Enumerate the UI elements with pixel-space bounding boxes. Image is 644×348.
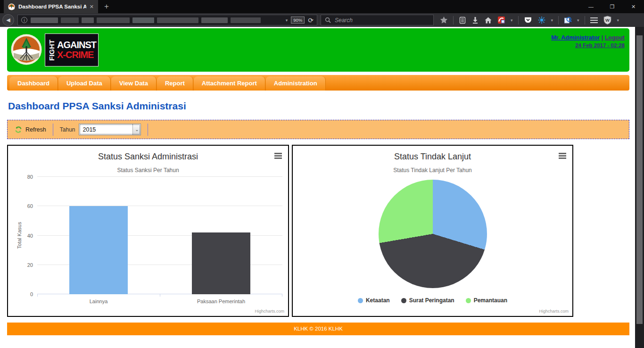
legend-dot-icon bbox=[466, 298, 471, 303]
downloads-icon[interactable] bbox=[471, 17, 479, 24]
bookmarks-menu-icon[interactable] bbox=[459, 17, 466, 24]
site-header: FIGHT AGAINST X-CRIME Mr. Administrator … bbox=[7, 28, 629, 72]
bar-chart-title: Status Sanksi Administrasi bbox=[8, 152, 288, 162]
site-favicon-icon bbox=[8, 3, 15, 10]
nav-tab-report[interactable]: Report bbox=[157, 76, 193, 91]
badge-line2: X-CRIME bbox=[57, 50, 96, 60]
header-datetime: 24 Feb 2017 - 02:28 bbox=[551, 42, 625, 49]
url-dropdown-icon[interactable]: ▾ bbox=[286, 18, 288, 23]
search-icon bbox=[325, 17, 331, 23]
legend-dot-icon bbox=[358, 298, 363, 303]
reload-icon[interactable]: ⟳ bbox=[308, 17, 314, 24]
highcharts-credit[interactable]: Highcharts.com bbox=[539, 309, 569, 314]
nav-tab-view-data[interactable]: View Data bbox=[111, 76, 157, 91]
menu-hamburger-icon[interactable] bbox=[590, 16, 598, 25]
browser-titlebar: Dashboard PPSA Sanksi Ad... ✕ + — ❐ ✕ bbox=[0, 0, 644, 13]
year-select[interactable]: 2015 ⌄ bbox=[79, 124, 141, 135]
y-tick-label: 0 bbox=[30, 291, 33, 297]
user-link[interactable]: Mr. Administrator bbox=[551, 34, 600, 41]
bookmark-star-icon[interactable] bbox=[440, 16, 448, 24]
new-tab-button[interactable]: + bbox=[98, 0, 115, 13]
pie-legend: KetaatanSurat PeringatanPemantauan bbox=[293, 297, 572, 304]
y-axis-title: Total Kasus bbox=[17, 207, 22, 264]
y-tick-label: 80 bbox=[27, 174, 33, 180]
browser-toolbar: ◀ i ▾ 90% ⟳ Search ▾ ▾ ▾ W ▾ bbox=[0, 13, 644, 27]
webclipper-extension-icon[interactable] bbox=[537, 16, 546, 24]
nav-tab-upload-data[interactable]: Upload Data bbox=[58, 76, 111, 91]
legend-item-ketaatan[interactable]: Ketaatan bbox=[358, 297, 390, 304]
refresh-button[interactable]: Refresh bbox=[15, 126, 46, 133]
page-info-icon[interactable]: i bbox=[21, 17, 27, 23]
bar-chart-subtitle: Status Sanksi Per Tahun bbox=[8, 167, 288, 174]
url-bar[interactable]: i ▾ 90% ⟳ bbox=[17, 15, 317, 25]
klhk-logo bbox=[11, 34, 42, 65]
pie-chart[interactable] bbox=[379, 180, 487, 288]
shield-dropdown-icon[interactable]: ▾ bbox=[617, 18, 619, 23]
legend-label: Ketaatan bbox=[366, 297, 390, 304]
badge-line1: AGAINST bbox=[57, 40, 96, 50]
pie-chart-title: Status Tindak Lanjut bbox=[293, 152, 572, 162]
screenshot-extension-icon[interactable] bbox=[564, 16, 572, 24]
pie-chart-subtitle: Status Tindak Lanjut Per Tahun bbox=[293, 167, 572, 174]
nav-tab-administration[interactable]: Administration bbox=[266, 76, 326, 91]
x-category-label: Paksaan Pemerintah bbox=[197, 298, 245, 304]
svg-text:W: W bbox=[605, 17, 610, 23]
window-controls: — ❐ ✕ bbox=[580, 0, 644, 13]
legend-item-pemantauan[interactable]: Pemantauan bbox=[466, 297, 507, 304]
search-placeholder: Search bbox=[335, 17, 353, 24]
webclipper-dropdown-icon[interactable]: ▾ bbox=[551, 18, 553, 23]
tab-title: Dashboard PPSA Sanksi Ad... bbox=[18, 4, 86, 9]
bar-lainnya[interactable] bbox=[69, 206, 128, 294]
redacted-url bbox=[31, 17, 282, 23]
page-title: Dashboard PPSA Sanksi Administrasi bbox=[8, 100, 629, 112]
link-separator: | bbox=[600, 34, 604, 41]
badge-vertical-text: FIGHT bbox=[48, 40, 55, 61]
window-close-button[interactable]: ✕ bbox=[623, 0, 644, 13]
back-button[interactable]: ◀ bbox=[2, 14, 14, 26]
chart-context-menu-icon[interactable] bbox=[274, 153, 282, 160]
select-chevron-icon[interactable]: ⌄ bbox=[132, 124, 140, 135]
pocket-icon[interactable] bbox=[524, 16, 532, 24]
window-minimize-button[interactable]: — bbox=[580, 0, 602, 13]
zoom-level-indicator[interactable]: 90% bbox=[291, 17, 305, 24]
legend-label: Surat Peringatan bbox=[409, 297, 454, 304]
refresh-label: Refresh bbox=[25, 126, 46, 133]
gridline bbox=[37, 176, 282, 177]
window-restore-button[interactable]: ❐ bbox=[602, 0, 623, 13]
chart-context-menu-icon[interactable] bbox=[559, 153, 566, 160]
x-category-label: Lainnya bbox=[90, 298, 108, 304]
logout-link[interactable]: Logout bbox=[605, 34, 625, 41]
year-label: Tahun bbox=[60, 126, 75, 133]
filter-toolbar: Refresh Tahun 2015 ⌄ bbox=[7, 120, 629, 139]
year-select-value: 2015 bbox=[83, 126, 96, 133]
security-shield-icon[interactable]: W bbox=[603, 16, 612, 25]
legend-dot-icon bbox=[401, 298, 406, 303]
legend-label: Pemantauan bbox=[474, 297, 507, 304]
nav-tab-attachment-report[interactable]: Attachment Report bbox=[194, 76, 265, 91]
search-input[interactable]: Search bbox=[321, 15, 434, 25]
page-footer: KLHK © 2016 KLHK bbox=[7, 323, 629, 335]
nav-tab-dashboard[interactable]: Dashboard bbox=[9, 76, 58, 91]
legend-item-surat-peringatan[interactable]: Surat Peringatan bbox=[401, 297, 454, 304]
y-tick-label: 20 bbox=[27, 262, 33, 268]
bar-plot: 020406080LainnyaPaksaan Pemerintah bbox=[37, 177, 282, 294]
scrollbar-thumb[interactable] bbox=[636, 35, 643, 324]
refresh-icon bbox=[15, 126, 22, 133]
y-tick-label: 60 bbox=[27, 203, 33, 209]
browser-scrollbar[interactable] bbox=[635, 27, 644, 348]
page-content: FIGHT AGAINST X-CRIME Mr. Administrator … bbox=[0, 27, 635, 348]
pdf-extension-dropdown-icon[interactable]: ▾ bbox=[511, 18, 513, 23]
browser-tab[interactable]: Dashboard PPSA Sanksi Ad... ✕ bbox=[4, 0, 98, 13]
home-icon[interactable] bbox=[484, 17, 492, 24]
toolbar-icons: ▾ ▾ ▾ W ▾ bbox=[440, 16, 619, 25]
screenshot-dropdown-icon[interactable]: ▾ bbox=[577, 18, 579, 23]
y-tick-label: 40 bbox=[27, 233, 33, 239]
bar-chart-panel: Status Sanksi Administrasi Status Sanksi… bbox=[7, 145, 289, 317]
fight-against-xcrime-logo: FIGHT AGAINST X-CRIME bbox=[45, 33, 99, 66]
highcharts-credit[interactable]: Highcharts.com bbox=[255, 309, 284, 314]
pdf-extension-icon[interactable] bbox=[497, 16, 505, 24]
bar-paksaan-pemerintah[interactable] bbox=[192, 232, 251, 294]
main-nav: DashboardUpload DataView DataReportAttac… bbox=[7, 75, 629, 91]
tab-close-icon[interactable]: ✕ bbox=[90, 4, 94, 10]
pie-chart-panel: Status Tindak Lanjut Status Tindak Lanju… bbox=[292, 145, 573, 317]
